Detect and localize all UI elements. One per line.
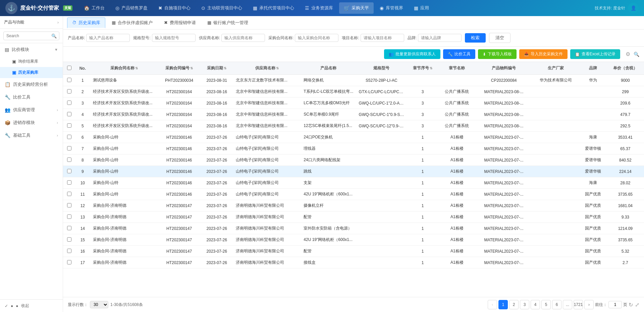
page-1-button[interactable]: 1 <box>498 300 508 309</box>
nav-self-project[interactable]: ✖ 自施项目中心 <box>154 2 195 14</box>
filter-supplier-input[interactable] <box>221 34 265 42</box>
tab-expense[interactable]: ✖ 费用报销申请 <box>159 17 201 28</box>
row-checkbox[interactable] <box>67 214 71 219</box>
cell-chapter-no: 1 <box>407 223 438 234</box>
cell-chapter-name: A1栋楼 <box>438 257 476 268</box>
cell-brand: 国产优质 <box>580 211 607 223</box>
expand-icon[interactable]: ⤢ <box>635 302 639 308</box>
cell-no: 17 <box>75 257 90 268</box>
cell-contract-name: 采购合同-济南明德 <box>90 200 158 211</box>
cell-chapter-no: 1 <box>407 234 438 246</box>
page-6-button[interactable]: 6 <box>552 300 561 309</box>
cell-date: 2023-07-26 <box>200 143 233 154</box>
search-button[interactable]: 检索 <box>465 33 486 43</box>
refresh-icon[interactable]: ↻ <box>629 302 633 308</box>
tab-history[interactable]: ⏱ 历史采购库 <box>67 17 105 28</box>
next-page-button[interactable]: › <box>584 300 594 309</box>
sidebar-item-basic[interactable]: 🔧 基础工具 › <box>0 129 63 142</box>
nav-biz-resource[interactable]: ☰ 业务资源库 <box>300 2 338 14</box>
settings-icon[interactable]: ⚙ <box>626 51 630 57</box>
cell-material-no: MATERIAL2023-07-... <box>476 200 532 211</box>
row-checkbox[interactable] <box>67 78 71 82</box>
page-5-button[interactable]: 5 <box>541 300 551 309</box>
row-checkbox[interactable] <box>67 237 71 242</box>
filter-product-input[interactable] <box>86 34 130 42</box>
th-chapter-name[interactable]: 章节名称 <box>438 62 476 75</box>
sidebar-item-compare-tool[interactable]: 🔧 比价工具 <box>0 91 63 104</box>
tab-partner[interactable]: ▦ 合作伙伴虚拟账户 <box>107 17 158 28</box>
filter-contract-input[interactable] <box>295 34 338 42</box>
th-supplier[interactable]: 供应商名称⇅ <box>233 62 301 75</box>
th-product[interactable]: 产品名称 <box>301 62 356 75</box>
user-avatar[interactable]: 👤 <box>628 3 639 13</box>
prev-page-button[interactable]: ‹ <box>488 300 497 309</box>
filter-contract: 采购合同名称: <box>268 34 338 42</box>
sidebar-item-compare[interactable]: ▤ 比价模块 ▼ <box>0 43 63 56</box>
cell-supplier: 山特电子(深圳)有限公司 <box>233 177 301 189</box>
row-checkbox[interactable] <box>67 169 71 173</box>
sidebar-bottom[interactable]: ✓ ● ● 收起 <box>0 299 63 312</box>
th-chapter-no[interactable]: 章节序号⇅ <box>407 62 438 75</box>
row-checkbox[interactable] <box>67 123 71 128</box>
sidebar-bottom-label[interactable]: 收起 <box>21 303 29 309</box>
nav-apps[interactable]: ▦ 应用 <box>409 2 434 14</box>
row-checkbox[interactable] <box>67 89 71 93</box>
cell-contract-no: PHT202300034 <box>158 75 200 86</box>
nav-proxy-project[interactable]: ▦ 承托代管项目中心 <box>248 2 299 14</box>
download-template-button[interactable]: ⬇ 下载导入模板 <box>478 49 517 59</box>
row-checkbox[interactable] <box>67 203 71 207</box>
th-date[interactable]: 采购日期⇅ <box>200 62 233 75</box>
th-brand[interactable]: 品牌 <box>580 62 607 75</box>
th-contract-name[interactable]: 采购合同名称⇅ <box>90 62 158 75</box>
th-contract-no[interactable]: 采购合同编号⇅ <box>158 62 200 75</box>
row-checkbox[interactable] <box>67 180 71 185</box>
filter-project-input[interactable] <box>361 34 404 42</box>
tab-bank[interactable]: ▦ 银行账户统一管理 <box>202 17 253 28</box>
clear-button[interactable]: 清空 <box>489 33 511 43</box>
import-history-button[interactable]: 📥 导入历史采购文件 <box>519 49 568 59</box>
th-manufacturer[interactable]: 生产厂家 <box>532 62 580 75</box>
page-3-button[interactable]: 3 <box>520 300 529 309</box>
search-input[interactable] <box>3 32 59 40</box>
nav-procurement[interactable]: 🛒 采购天平 <box>339 2 374 14</box>
row-checkbox[interactable] <box>67 146 71 150</box>
row-checkbox[interactable] <box>67 135 71 139</box>
cell-contract-no: HT202300146 <box>158 132 200 143</box>
th-material-no[interactable]: 产品物料编号 <box>476 62 532 75</box>
search-icon-2[interactable]: 🔍 <box>634 52 639 57</box>
nav-joint-project[interactable]: ⊙ 主动联营项目中心 <box>197 2 247 14</box>
row-checkbox[interactable] <box>67 158 71 162</box>
page-4-button[interactable]: 4 <box>531 300 540 309</box>
sidebar-item-supplier[interactable]: 👥 供应商管理 › <box>0 104 63 116</box>
view-excel-button[interactable]: 📋 查看Excel上传记录 <box>570 49 620 59</box>
row-checkbox[interactable] <box>67 101 71 105</box>
sidebar-expand-icon[interactable]: › <box>57 20 59 25</box>
nav-workbench[interactable]: 🏠 工作台 <box>79 2 109 14</box>
nav-sales[interactable]: ◎ 产品销售罗盘 <box>111 2 152 14</box>
sidebar-item-inventory[interactable]: 📦 进销存模块 › <box>0 116 63 129</box>
nav-warehouse[interactable]: ◉ 库管视界 <box>375 2 408 14</box>
row-checkbox[interactable] <box>67 112 71 116</box>
row-checkbox[interactable] <box>67 249 71 253</box>
filter-brand-input[interactable] <box>418 34 462 42</box>
sidebar-item-history-purchase[interactable]: ▣ 历史采购库 <box>0 67 63 78</box>
goto-input[interactable] <box>608 301 622 308</box>
row-checkbox[interactable] <box>67 192 71 196</box>
th-price[interactable]: 单价（含税） <box>607 62 644 75</box>
sidebar-item-inquiry[interactable]: ▣ 询价结果库 <box>0 56 63 67</box>
compare-arrow-icon: ▼ <box>54 48 58 52</box>
compare-tool-button[interactable]: 🔧 比价工具 <box>443 49 475 59</box>
select-all-checkbox[interactable] <box>67 66 71 70</box>
batch-update-supplier-button[interactable]: 👥 批量更新供应商联系人 <box>384 49 440 59</box>
table-row: 10 采购合同-山特 HT202300146 2023-07-26 山特电子(深… <box>63 177 644 189</box>
page-last-button[interactable]: 1721 <box>574 300 583 309</box>
row-checkbox[interactable] <box>67 226 71 230</box>
page-2-button[interactable]: 2 <box>509 300 519 309</box>
row-checkbox[interactable] <box>67 260 71 264</box>
filter-spec-input[interactable] <box>152 34 196 42</box>
th-spec[interactable]: 规格型号 <box>356 62 407 75</box>
sidebar-item-history-analysis[interactable]: 📋 历史采购经营分析 <box>0 78 63 91</box>
cell-material-no: MATERIAL2023-07-... <box>476 189 532 200</box>
cell-date: 2023-07-26 <box>200 189 233 200</box>
page-size-select[interactable]: 30 50 100 <box>90 301 108 308</box>
